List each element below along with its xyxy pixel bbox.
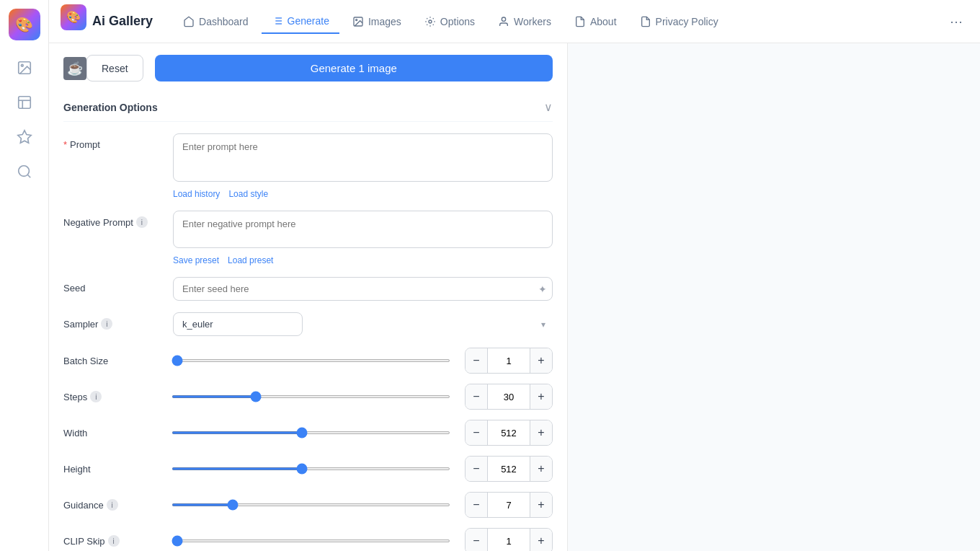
svg-marker-5: [17, 131, 30, 143]
sidebar-icon-gallery2[interactable]: [9, 87, 40, 118]
seed-input[interactable]: [173, 277, 553, 301]
save-preset-button[interactable]: Save preset: [173, 255, 219, 265]
nav-images[interactable]: Images: [342, 10, 411, 33]
guidance-stepper: − +: [465, 492, 553, 518]
batch-size-slider[interactable]: [172, 359, 450, 362]
batch-size-value[interactable]: [487, 348, 530, 373]
nav-workers[interactable]: Workers: [488, 10, 561, 33]
height-slider[interactable]: [172, 467, 450, 470]
guidance-info-icon[interactable]: i: [107, 499, 118, 511]
clip-skip-label: CLIP Skip i: [63, 535, 164, 547]
height-label: Height: [63, 464, 164, 475]
sampler-select[interactable]: k_euler k_euler_a k_heun k_dpm_2 k_dpm_2…: [173, 312, 303, 336]
nav-about[interactable]: About: [564, 10, 627, 33]
seed-label: Seed: [63, 277, 164, 294]
clip-skip-row: CLIP Skip i − +: [63, 528, 553, 551]
seed-random-button[interactable]: ✦: [538, 283, 547, 295]
generate-button[interactable]: Generate 1 image: [155, 55, 553, 81]
clip-skip-info-icon[interactable]: i: [108, 535, 120, 547]
left-panel: ☕ Reset Generate 1 image Generation Opti…: [49, 43, 568, 551]
sidebar-icon-gallery1[interactable]: [9, 52, 40, 84]
prompt-actions: Load history Load style: [173, 189, 553, 199]
width-slider-container: [172, 431, 450, 434]
reset-button[interactable]: Reset: [86, 55, 143, 81]
prompt-textarea[interactable]: [173, 133, 553, 182]
guidance-row: Guidance i − +: [63, 492, 553, 518]
section-title: Generation Options: [63, 102, 158, 113]
batch-size-increment[interactable]: +: [530, 348, 552, 373]
steps-value[interactable]: [487, 384, 530, 409]
sampler-row: Sampler i k_euler k_euler_a k_heun k_dpm…: [63, 312, 553, 336]
nav-more-button[interactable]: ⋯: [944, 8, 968, 35]
width-slider[interactable]: [172, 431, 450, 434]
steps-stepper: − +: [465, 384, 553, 410]
nav-logo: 🎨: [61, 4, 86, 30]
width-decrement[interactable]: −: [466, 420, 487, 445]
width-row: Width − +: [63, 420, 553, 446]
sidebar-icon-search[interactable]: [9, 156, 40, 188]
height-increment[interactable]: +: [530, 457, 552, 481]
steps-decrement[interactable]: −: [466, 384, 487, 409]
app-logo: 🎨: [9, 9, 40, 40]
load-style-button[interactable]: Load style: [228, 189, 268, 199]
model-icon: ☕: [63, 57, 86, 80]
clip-skip-stepper: − +: [465, 528, 553, 551]
sampler-info-icon[interactable]: i: [101, 318, 112, 330]
clip-skip-slider-container: [172, 539, 450, 542]
batch-size-row: Batch Size − +: [63, 348, 553, 374]
collapse-icon: ∨: [544, 100, 553, 114]
steps-slider-container: [172, 395, 450, 398]
height-row: Height − +: [63, 456, 553, 482]
guidance-value[interactable]: [487, 493, 530, 517]
output-panel: [568, 43, 980, 551]
svg-point-1: [21, 64, 23, 66]
width-value[interactable]: [487, 420, 530, 445]
sidebar-icon-gallery3[interactable]: [9, 121, 40, 153]
nav-options[interactable]: Options: [414, 10, 485, 33]
prompt-control: Load history Load style: [173, 133, 553, 199]
guidance-decrement[interactable]: −: [466, 493, 487, 517]
svg-rect-2: [18, 97, 30, 109]
clip-skip-decrement[interactable]: −: [466, 529, 487, 551]
svg-point-6: [18, 166, 29, 177]
batch-size-decrement[interactable]: −: [466, 348, 487, 373]
steps-label: Steps i: [63, 391, 164, 402]
steps-slider[interactable]: [172, 395, 450, 398]
negative-prompt-textarea[interactable]: [173, 211, 553, 248]
svg-line-7: [27, 175, 30, 177]
batch-size-stepper: − +: [465, 348, 553, 374]
width-increment[interactable]: +: [530, 420, 552, 445]
seed-row: Seed ✦: [63, 277, 553, 301]
negative-prompt-row: Negative Prompt i Save preset Load prese…: [63, 211, 553, 265]
width-label: Width: [63, 428, 164, 438]
guidance-label: Guidance i: [63, 499, 164, 511]
steps-increment[interactable]: +: [530, 384, 552, 409]
clip-skip-slider[interactable]: [172, 539, 450, 542]
width-stepper: − +: [465, 420, 553, 446]
action-bar: ☕ Reset Generate 1 image: [63, 55, 553, 81]
steps-row: Steps i − +: [63, 384, 553, 410]
nav-privacy[interactable]: Privacy Policy: [630, 10, 729, 33]
nav-dashboard[interactable]: Dashboard: [173, 10, 259, 33]
clip-skip-value[interactable]: [487, 529, 530, 551]
generation-options-header[interactable]: Generation Options ∨: [63, 93, 553, 122]
load-preset-button[interactable]: Load preset: [228, 255, 273, 265]
batch-size-slider-container: [172, 359, 450, 362]
steps-info-icon[interactable]: i: [90, 391, 102, 402]
guidance-slider[interactable]: [172, 503, 450, 506]
app-title: 🎨 Ai Gallery: [61, 4, 153, 39]
sampler-control: k_euler k_euler_a k_heun k_dpm_2 k_dpm_2…: [173, 312, 553, 336]
height-slider-container: [172, 467, 450, 470]
nav-generate[interactable]: Generate: [262, 9, 339, 34]
negative-prompt-info-icon[interactable]: i: [136, 216, 148, 228]
height-decrement[interactable]: −: [466, 457, 487, 481]
height-value[interactable]: [487, 457, 530, 481]
icon-sidebar: 🎨: [0, 0, 49, 551]
load-history-button[interactable]: Load history: [173, 189, 220, 199]
negative-prompt-label: Negative Prompt i: [63, 211, 164, 228]
svg-point-17: [502, 17, 505, 21]
prompt-row: * Prompt Load history Load style: [63, 133, 553, 199]
svg-point-15: [356, 19, 357, 20]
guidance-increment[interactable]: +: [530, 493, 552, 517]
clip-skip-increment[interactable]: +: [530, 529, 552, 551]
